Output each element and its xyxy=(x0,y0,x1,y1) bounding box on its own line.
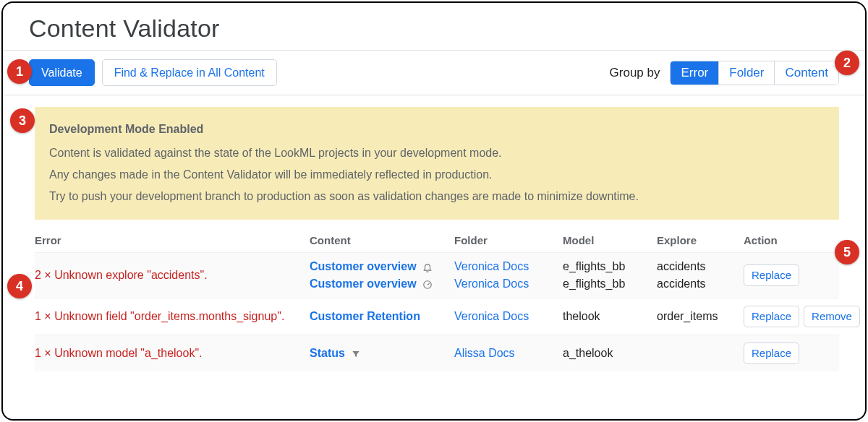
error-text: 2 × Unknown explore "accidents". xyxy=(35,269,310,282)
group-by-content[interactable]: Content xyxy=(775,61,838,85)
errors-table: Error Content Folder Model Explore Actio… xyxy=(35,230,839,371)
folder-link[interactable]: Veronica Docs xyxy=(454,310,529,322)
col-content: Content xyxy=(310,234,454,246)
model-text: e_flights_bb xyxy=(563,277,657,290)
explore-text: accidents xyxy=(657,260,744,273)
content-link[interactable]: Customer overview xyxy=(310,277,417,290)
filter-icon xyxy=(351,349,361,359)
remove-button[interactable]: Remove xyxy=(804,306,860,327)
gauge-icon xyxy=(422,280,433,290)
notice-line: Any changes made in the Content Validato… xyxy=(49,164,825,186)
table-row: 2 × Unknown explore "accidents". Custome… xyxy=(35,252,839,298)
folder-link[interactable]: Veronica Docs xyxy=(454,277,563,290)
bell-icon xyxy=(422,262,433,272)
notice-line: Try to push your development branch to p… xyxy=(49,186,825,207)
error-text: 1 × Unknown field "order_items.months_si… xyxy=(35,310,310,323)
group-by-error[interactable]: Error xyxy=(671,61,719,85)
group-by-segmented: Error Folder Content xyxy=(670,61,839,85)
replace-button[interactable]: Replace xyxy=(744,343,799,364)
notice-line: Content is validated against the state o… xyxy=(49,142,825,164)
dev-mode-notice: Development Mode Enabled Content is vali… xyxy=(35,107,839,220)
callout-1: 1 xyxy=(7,59,32,84)
table-header: Error Content Folder Model Explore Actio… xyxy=(35,230,839,252)
callout-5: 5 xyxy=(835,240,859,264)
group-by-label: Group by xyxy=(610,66,660,80)
col-error: Error xyxy=(35,234,310,246)
callout-4: 4 xyxy=(7,274,32,298)
col-folder: Folder xyxy=(454,234,563,246)
callout-2: 2 xyxy=(835,51,859,75)
content-link[interactable]: Customer Retention xyxy=(310,310,420,322)
callout-3: 3 xyxy=(10,108,35,133)
folder-link[interactable]: Veronica Docs xyxy=(454,260,563,273)
content-link[interactable]: Customer overview xyxy=(310,260,417,272)
page-title: Content Validator xyxy=(3,3,865,50)
model-text: a_thelook xyxy=(563,347,657,360)
find-replace-button[interactable]: Find & Replace in All Content xyxy=(102,59,277,86)
replace-button[interactable]: Replace xyxy=(744,306,799,327)
toolbar: Validate Find & Replace in All Content G… xyxy=(3,50,865,95)
col-model: Model xyxy=(563,234,657,246)
replace-button[interactable]: Replace xyxy=(744,264,799,286)
model-text: thelook xyxy=(563,310,657,323)
explore-text: order_items xyxy=(657,310,744,323)
explore-text: accidents xyxy=(657,277,744,290)
notice-title: Development Mode Enabled xyxy=(49,119,825,140)
group-by-folder[interactable]: Folder xyxy=(719,61,775,85)
content-link[interactable]: Status xyxy=(310,347,345,359)
table-row: 1 × Unknown model "a_thelook". Status Al… xyxy=(35,335,839,371)
validate-button[interactable]: Validate xyxy=(29,59,95,86)
folder-link[interactable]: Alissa Docs xyxy=(454,347,515,359)
error-text: 1 × Unknown model "a_thelook". xyxy=(35,347,310,360)
col-explore: Explore xyxy=(657,234,744,246)
model-text: e_flights_bb xyxy=(563,260,657,273)
table-row: 1 × Unknown field "order_items.months_si… xyxy=(35,298,839,335)
col-action: Action xyxy=(744,234,845,246)
